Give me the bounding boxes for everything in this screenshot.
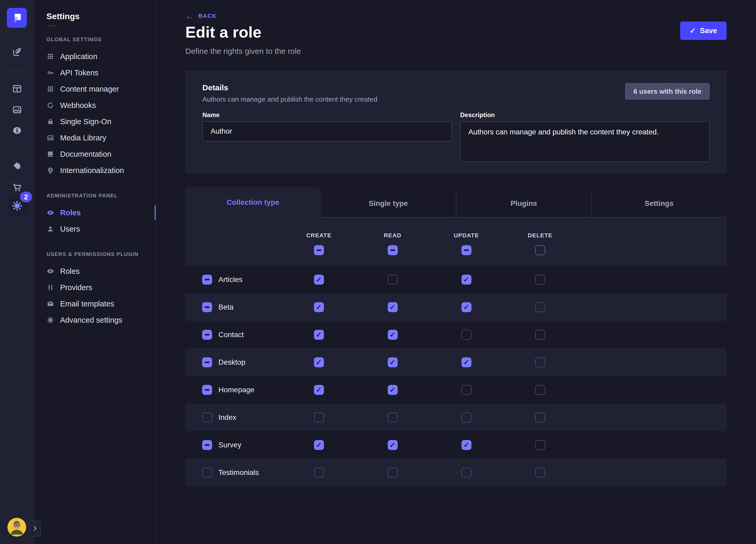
tab-settings[interactable]: Settings [591,190,727,217]
contact-read-checkbox[interactable] [388,330,398,340]
index-create-checkbox[interactable] [314,412,324,422]
beta-update-checkbox[interactable] [461,302,471,312]
name-label: Name [202,111,452,119]
sidebar-item-internationalization[interactable]: Internationalization [34,162,155,179]
articles-create-checkbox[interactable] [314,275,324,285]
desktop-create-checkbox[interactable] [314,357,324,367]
survey-update-checkbox[interactable] [461,440,471,450]
chevron-right-icon [31,525,38,532]
testimonials-delete-checkbox[interactable] [535,468,545,478]
description-textarea[interactable]: Authors can manage and publish the conte… [460,121,710,162]
master-checkbox-update[interactable] [461,245,471,255]
sidebar-item-content-manager[interactable]: Content manager [34,81,155,97]
sidebar-item-roles[interactable]: Roles [34,263,155,279]
sidebar-item-single-sign-on[interactable]: Single Sign-On [34,113,155,130]
index-read-checkbox[interactable] [388,412,398,422]
homepage-delete-checkbox[interactable] [535,385,545,395]
sidebar-item-api-tokens[interactable]: API Tokens [34,65,155,81]
row-checkbox-beta[interactable] [202,302,212,312]
back-button[interactable]: ← BACK [185,13,217,19]
media-library-icon[interactable] [10,102,24,117]
sidebar-item-label: Providers [60,283,92,292]
sidebar-section: USERS & PERMISSIONS PLUGIN Roles Provide… [34,251,155,328]
page-subtitle: Define the rights given to the role [185,47,301,56]
desktop-delete-checkbox[interactable] [535,357,545,367]
sidebar-item-advanced-settings[interactable]: Advanced settings [34,312,155,328]
general-info-icon[interactable] [10,123,24,138]
row-checkbox-articles[interactable] [202,275,212,285]
homepage-update-checkbox[interactable] [461,385,471,395]
email-icon [46,300,54,308]
contact-update-checkbox[interactable] [461,330,471,340]
homepage-read-checkbox[interactable] [388,385,398,395]
permission-row-desktop: Desktop [185,348,727,376]
homepage-create-checkbox[interactable] [314,385,324,395]
tab-plugins[interactable]: Plugins [456,190,591,217]
beta-read-checkbox[interactable] [388,302,398,312]
lock-icon [46,118,54,125]
row-checkbox-survey[interactable] [202,440,212,450]
row-checkbox-testimonials[interactable] [202,468,212,478]
tab-single-type[interactable]: Single type [321,190,456,217]
arrow-left-icon: ← [185,13,194,19]
sidebar-item-media-library[interactable]: Media Library [34,130,155,146]
survey-read-checkbox[interactable] [388,440,398,450]
row-label-homepage: Homepage [218,386,254,394]
sidebar-item-label: Media Library [60,134,106,142]
sidebar-item-users[interactable]: Users [34,221,155,237]
name-input[interactable] [202,121,452,141]
testimonials-create-checkbox[interactable] [314,468,324,478]
strapi-logo[interactable] [7,8,27,28]
testimonials-read-checkbox[interactable] [388,468,398,478]
testimonials-update-checkbox[interactable] [461,468,471,478]
index-update-checkbox[interactable] [461,412,471,422]
sidebar-item-email-templates[interactable]: Email templates [34,296,155,312]
contact-delete-checkbox[interactable] [535,330,545,340]
create-content-icon[interactable] [10,45,24,59]
articles-update-checkbox[interactable] [461,275,471,285]
column-header-update: UPDATE [454,232,479,239]
description-field-group: Description Authors can manage and publi… [460,111,710,163]
save-button[interactable]: ✓ Save [680,22,727,40]
tabs: Collection typeSingle typePluginsSetting… [185,187,727,217]
sidebar-item-application[interactable]: Application [34,48,155,65]
row-checkbox-contact[interactable] [202,330,212,340]
sidebar-item-label: Roles [60,208,81,217]
contact-create-checkbox[interactable] [314,330,324,340]
sidebar-item-documentation[interactable]: Documentation [34,146,155,162]
sidebar-item-providers[interactable]: Providers [34,279,155,296]
articles-delete-checkbox[interactable] [535,275,545,285]
tab-collection-type[interactable]: Collection type [185,187,321,217]
survey-create-checkbox[interactable] [314,440,324,450]
master-checkbox-read[interactable] [388,245,398,255]
row-checkbox-desktop[interactable] [202,357,212,367]
users-with-role-button[interactable]: 6 users with this role [625,83,710,100]
survey-delete-checkbox[interactable] [535,440,545,450]
sidebar-section: GLOBAL SETTINGS Application API Tokens C… [34,36,155,179]
avatar[interactable] [7,518,26,537]
settings-nav-active[interactable]: 2 [7,195,27,216]
sidebar-rule [46,25,57,26]
permission-row-contact: Contact [185,321,727,348]
settings-sidebar: Settings GLOBAL SETTINGS Application API… [34,0,156,544]
section-items: Application API Tokens Content manager W… [34,48,155,179]
desktop-update-checkbox[interactable] [461,357,471,367]
master-checkbox-delete[interactable] [535,245,545,255]
plugins-icon[interactable] [10,159,24,174]
desktop-read-checkbox[interactable] [388,357,398,367]
content-type-builder-icon[interactable] [10,81,24,96]
sidebar-item-webhooks[interactable]: Webhooks [34,97,155,113]
expand-sidebar-button[interactable] [29,521,41,536]
globe-icon [46,166,54,174]
articles-read-checkbox[interactable] [388,275,398,285]
permissions-table: CREATEREADUPDATEDELETE ArticlesBetaConta… [185,217,727,486]
eye-icon [46,267,54,275]
beta-delete-checkbox[interactable] [535,302,545,312]
row-checkbox-index[interactable] [202,412,212,422]
master-checkbox-create[interactable] [314,245,324,255]
index-delete-checkbox[interactable] [535,412,545,422]
sidebar-item-roles[interactable]: Roles [34,205,155,221]
column-header-read: READ [384,232,401,239]
beta-create-checkbox[interactable] [314,302,324,312]
row-checkbox-homepage[interactable] [202,385,212,395]
